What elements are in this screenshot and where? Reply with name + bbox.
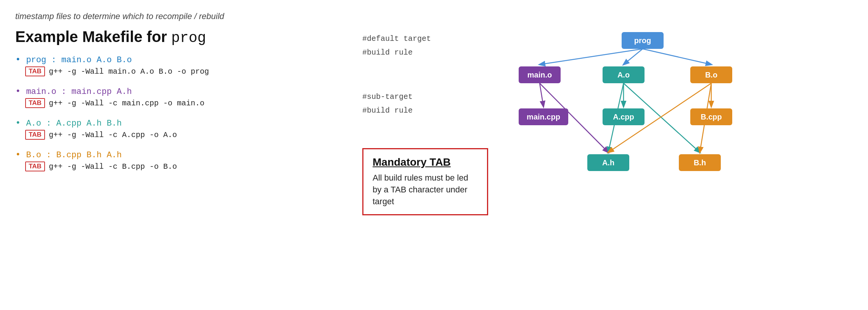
- rule-line-3: •B.o : B.cpp B.h A.h: [15, 150, 351, 160]
- graph-edge-2: [643, 49, 711, 65]
- comment-0-0: #default target: [362, 32, 488, 46]
- bullet-3: •: [15, 150, 21, 160]
- build-cmd-1: g++ -g -Wall -c main.cpp -o main.o: [49, 99, 204, 108]
- rule-line-0: •prog : main.o A.o B.o: [15, 55, 351, 65]
- comment-group-1: #sub-target#build rule: [362, 90, 488, 118]
- bullet-0: •: [15, 55, 21, 65]
- rule-text-0: prog : main.o A.o B.o: [26, 55, 132, 65]
- graph-node-A.cpp: A.cpp: [603, 108, 645, 125]
- comment-group-0: #default target#build rule: [362, 32, 488, 60]
- tab-badge-3: TAB: [25, 161, 45, 171]
- mandatory-body: All build rules must be led by a TAB cha…: [373, 172, 478, 207]
- build-line-1: TABg++ -g -Wall -c main.cpp -o main.o: [25, 98, 351, 108]
- rule-line-1: •main.o : main.cpp A.h: [15, 87, 351, 97]
- build-line-0: TABg++ -g -Wall main.o A.o B.o -o prog: [25, 66, 351, 76]
- graph-node-A.h: A.h: [587, 154, 629, 171]
- mandatory-box: Mandatory TAB All build rules must be le…: [362, 148, 488, 215]
- graph-node-B.cpp: B.cpp: [690, 108, 732, 125]
- rule-text-3: B.o : B.cpp B.h A.h: [26, 150, 122, 160]
- top-note: timestamp files to determine which to re…: [15, 11, 853, 21]
- build-cmd-0: g++ -g -Wall main.o A.o B.o -o prog: [49, 67, 209, 76]
- graph-edge-3: [540, 83, 543, 107]
- graph-node-A.o: A.o: [603, 66, 645, 83]
- right-panel: progmain.oA.oB.omain.cppA.cppB.cppA.hB.h: [488, 28, 853, 227]
- graph-node-prog: prog: [622, 32, 664, 49]
- section-title: Example Makefile for prog: [15, 28, 351, 46]
- bullet-2: •: [15, 118, 21, 128]
- graph-edge-0: [540, 49, 643, 65]
- makefile-entry-3: •B.o : B.cpp B.h A.hTABg++ -g -Wall -c B…: [15, 150, 351, 171]
- tab-badge-2: TAB: [25, 130, 45, 140]
- rule-text-1: main.o : main.cpp A.h: [26, 87, 132, 97]
- tab-badge-1: TAB: [25, 98, 45, 108]
- mandatory-title: Mandatory TAB: [373, 156, 478, 168]
- bullet-1: •: [15, 86, 21, 97]
- makefile-entry-1: •main.o : main.cpp A.hTABg++ -g -Wall -c…: [15, 87, 351, 108]
- makefile-entries: •prog : main.o A.o B.oTABg++ -g -Wall ma…: [15, 55, 351, 171]
- build-line-2: TABg++ -g -Wall -c A.cpp -o A.o: [25, 130, 351, 140]
- tab-badge-0: TAB: [25, 66, 45, 76]
- rule-text-2: A.o : A.cpp A.h B.h: [26, 119, 122, 128]
- rule-line-2: •A.o : A.cpp A.h B.h: [15, 119, 351, 128]
- build-cmd-2: g++ -g -Wall -c A.cpp -o A.o: [49, 131, 177, 139]
- left-panel: Example Makefile for prog •prog : main.o…: [15, 28, 358, 227]
- dependency-graph: progmain.oA.oB.omain.cppA.cppB.cppA.hB.h: [503, 28, 770, 227]
- makefile-entry-2: •A.o : A.cpp A.h B.hTABg++ -g -Wall -c A…: [15, 119, 351, 140]
- makefile-entry-0: •prog : main.o A.o B.oTABg++ -g -Wall ma…: [15, 55, 351, 76]
- comment-1-1: #build rule: [362, 104, 488, 118]
- comments-col: #default target#build rule#sub-target#bu…: [362, 28, 488, 118]
- graph-node-main.cpp: main.cpp: [519, 108, 568, 125]
- build-line-3: TABg++ -g -Wall -c B.cpp -o B.o: [25, 161, 351, 171]
- graph-arrows: [503, 28, 770, 227]
- graph-edge-1: [624, 49, 643, 65]
- middle-panel: #default target#build rule#sub-target#bu…: [358, 28, 488, 227]
- comment-1-0: #sub-target: [362, 90, 488, 104]
- comment-0-1: #build rule: [362, 46, 488, 60]
- graph-node-main.o: main.o: [519, 66, 561, 83]
- graph-node-B.o: B.o: [690, 66, 732, 83]
- build-cmd-3: g++ -g -Wall -c B.cpp -o B.o: [49, 162, 177, 171]
- graph-node-B.h: B.h: [679, 154, 721, 171]
